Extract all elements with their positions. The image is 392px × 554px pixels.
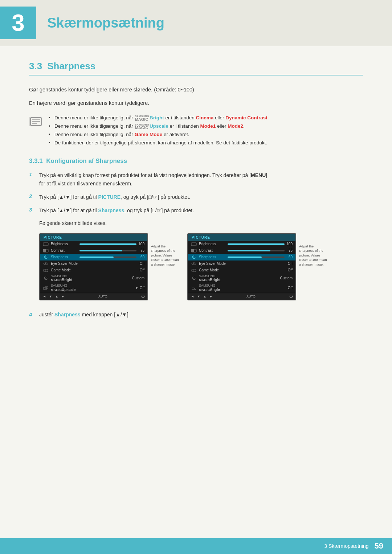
angle-icon: [191, 286, 197, 290]
svg-text:i: i: [45, 278, 46, 280]
step-2-number: 2: [29, 193, 39, 199]
main-content: 3.3 Sharpness Gør genstandes kontur tyde…: [0, 46, 392, 353]
monitor-1-sharpness: Sharpness 60: [40, 254, 147, 260]
step-3-text: Tryk på [▲/▼] for at gå til Sharpness, o…: [39, 206, 194, 215]
step-1: 1 Tryk på en vilkårlig knap forrest på p…: [29, 171, 363, 188]
sharpness-bar-area: [79, 257, 136, 258]
svg-rect-17: [191, 243, 196, 246]
contrast-bar-area-2: [228, 250, 285, 251]
step-2-text: Tryk på [▲/▼] for at gå til PICTURE, og …: [39, 193, 190, 201]
monitor-2-magicangle: SAMSUNG MAGICAngle Off: [188, 283, 295, 293]
note-4: De funktioner, der er tilgængelige på sk…: [49, 139, 269, 147]
chapter-number: 3: [12, 9, 25, 36]
nav-enter-2: ►: [209, 295, 213, 298]
step-3: 3 Tryk på [▲/▼] for at gå til Sharpness,…: [29, 206, 363, 215]
section-heading: 3.3 Sharpness: [29, 61, 363, 75]
description-2: En højere værdi gør genstandens kontur t…: [29, 99, 363, 107]
monitor-2-magicbright: i SAMSUNG MAGICBright Custom: [188, 274, 295, 283]
description-1: Gør genstandes kontur tydeligere eller m…: [29, 86, 363, 94]
svg-rect-6: [43, 249, 46, 252]
note-box: Denne menu er ikke tilgængelig, når SAMS…: [29, 114, 363, 147]
monitor-1-magicbright: i SAMSUNG MAGICBright Custom: [40, 274, 147, 283]
step-3-sub: Følgende skærmbillede vises.: [39, 220, 363, 226]
brightness-icon-2: [191, 242, 197, 246]
monitor-1-eyesaver: Eye Saver Mode Off: [40, 260, 147, 267]
info-icon-2: i: [191, 276, 197, 280]
eye-icon-2: [191, 262, 197, 266]
step-1-number: 1: [29, 171, 39, 177]
monitor-2-eyesaver: Eye Saver Mode Off: [188, 260, 295, 267]
footer-page-number: 59: [375, 541, 383, 551]
monitor-2-gamemode: Game Mode Off: [188, 267, 295, 274]
section-title: Sharpness: [47, 61, 95, 72]
monitor-2-contrast: Contrast 75: [188, 247, 295, 254]
monitor-2-navbar: ◄ ▼ ▲ ► AUTO ⏻: [188, 293, 295, 300]
monitor-2: PICTURE Brightness 100: [187, 233, 296, 301]
info-icon: i: [43, 276, 49, 280]
monitor-2-side-text: Adjust the sharpness of the picture. Val…: [299, 233, 328, 267]
eye-icon: [43, 262, 49, 266]
monitor-1-wrapper: PICTURE Brightness 100: [39, 233, 180, 301]
sharpness-icon: [43, 255, 49, 259]
step-1-text: Tryk på en vilkårlig knap forrest på pro…: [39, 171, 267, 188]
svg-point-10: [45, 263, 46, 264]
game-icon-2: [191, 268, 197, 272]
step-3-number: 3: [29, 206, 39, 213]
nav-left: ◄: [43, 295, 46, 298]
monitor-1-brightness: Brightness 100: [40, 241, 147, 247]
contrast-bar-area: [79, 250, 136, 251]
monitor-1: PICTURE Brightness 100: [39, 233, 148, 301]
brightness-bar-area-2: [228, 243, 285, 245]
nav-power: ⏻: [141, 295, 144, 298]
chapter-number-box: 3: [0, 7, 36, 39]
nav-power-2: ⏻: [289, 295, 293, 298]
subsection-number: 3.3.1: [29, 157, 46, 164]
monitor-1-header: PICTURE: [40, 234, 147, 241]
svg-rect-4: [43, 243, 48, 246]
nav-auto: AUTO: [98, 295, 107, 298]
nav-auto-2: AUTO: [246, 295, 256, 298]
sharpness-icon-2: [191, 255, 197, 259]
note-3: Denne menu er ikke tilgængelig, når Game…: [49, 131, 269, 139]
monitor-1-menu: PICTURE Brightness 100: [40, 234, 147, 293]
nav-right: ▼: [49, 295, 52, 298]
nav-icons: ◄ ▼ ▲ ►: [43, 295, 65, 298]
nav-left-2: ◄: [191, 295, 194, 298]
step-4-text: Justér Sharpness med knappen [▲/▼].: [39, 311, 130, 319]
monitor-2-brightness: Brightness 100: [188, 241, 295, 247]
svg-text:i: i: [193, 278, 194, 280]
upscale-icon: [43, 286, 49, 290]
subsection-title: Konfiguration af Sharpness: [46, 157, 127, 164]
monitor-1-gamemode: Game Mode Off: [40, 267, 147, 274]
note-2: Denne menu er ikke tilgængelig, når SAMS…: [49, 122, 269, 131]
page-footer: 3 Skærmopsætning 59: [0, 538, 392, 554]
footer-chapter-label: 3 Skærmopsætning: [324, 543, 368, 549]
monitor-2-wrapper: PICTURE Brightness 100: [187, 233, 328, 301]
chapter-title: Skærmopsætning: [47, 15, 164, 31]
sharpness-bar-area-2: [228, 257, 285, 258]
screenshots-row: PICTURE Brightness 100: [39, 233, 363, 301]
monitor-1-navbar: ◄ ▼ ▲ ► AUTO ⏻: [40, 293, 147, 300]
monitor-1-magicupscale: SAMSUNG MAGICUpscale ▼ Off: [40, 283, 147, 293]
step-4-number: 4: [29, 311, 39, 317]
subsection-heading: 3.3.1 Konfiguration af Sharpness: [29, 157, 363, 165]
note-1: Denne menu er ikke tilgængelig, når SAMS…: [49, 114, 269, 122]
nav-icons-2: ◄ ▼ ▲ ►: [191, 295, 213, 298]
note-bullets: Denne menu er ikke tilgængelig, når SAMS…: [49, 114, 269, 147]
step-2: 2 Tryk på [▲/▼] for at gå til PICTURE, o…: [29, 193, 363, 201]
step-4: 4 Justér Sharpness med knappen [▲/▼].: [29, 311, 363, 319]
monitor-1-side-text: Adjust the sharpness of the picture. Val…: [151, 233, 180, 267]
nav-up: ▲: [55, 295, 58, 298]
nav-right-2: ▼: [197, 295, 200, 298]
svg-point-23: [193, 263, 195, 264]
contrast-icon-2: [191, 249, 197, 253]
svg-rect-19: [191, 249, 194, 252]
brightness-bar-area: [79, 243, 136, 245]
monitor-1-contrast: Contrast 75: [40, 247, 147, 254]
note-icon: [29, 115, 43, 128]
nav-up-2: ▲: [203, 295, 207, 298]
monitor-2-menu: PICTURE Brightness 100: [188, 234, 295, 293]
nav-enter: ►: [61, 295, 65, 298]
game-icon: [43, 268, 49, 272]
brightness-icon: [43, 242, 49, 246]
